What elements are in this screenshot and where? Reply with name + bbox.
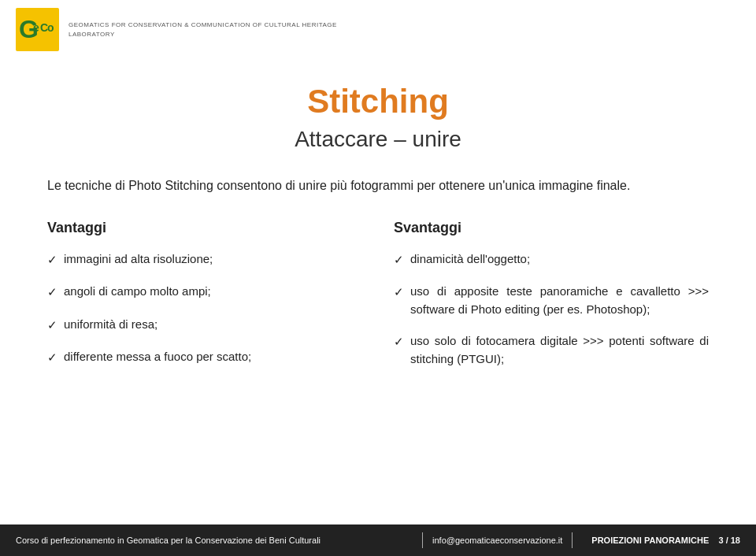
title-section: Stitching Attaccare – unire	[47, 59, 709, 176]
footer-email: info@geomaticaeconservazione.it	[432, 536, 562, 545]
list-item: ✓ uniformità di resa;	[47, 316, 362, 335]
item-text: uniformità di resa;	[64, 316, 158, 334]
list-item: ✓ differente messa a fuoco per scatto;	[47, 348, 362, 367]
svg-text:e: e	[33, 21, 39, 34]
checkmark-icon: ✓	[47, 251, 57, 269]
footer-section: PROIEZIONI PANORAMICHE 3 / 18	[591, 536, 740, 545]
checkmark-icon: ✓	[394, 333, 404, 351]
checkmark-icon: ✓	[47, 284, 57, 302]
main-content: Stitching Attaccare – unire Le tecniche …	[0, 59, 756, 382]
footer-divider	[422, 532, 423, 548]
svantaggi-title: Svantaggi	[394, 220, 709, 236]
logo-box: G e C o	[16, 8, 59, 51]
page-subtitle: Attaccare – unire	[47, 127, 709, 152]
list-item: ✓ dinamicità dell'oggetto;	[394, 250, 709, 269]
list-item: ✓ angoli di campo molto ampi;	[47, 283, 362, 302]
intro-paragraph: Le tecniche di Photo Stitching consenton…	[47, 176, 709, 196]
list-item: ✓ uso solo di fotocamera digitale >>> po…	[394, 332, 709, 368]
item-text: angoli di campo molto ampi;	[64, 283, 211, 301]
page-title: Stitching	[47, 83, 709, 120]
header-tagline: GEOMATICS FOR CONSERVATION & COMMUNICATI…	[69, 20, 344, 38]
item-text: uso solo di fotocamera digitale >>> pote…	[410, 332, 709, 368]
header: G e C o GEOMATICS FOR CONSERVATION & COM…	[0, 0, 756, 59]
item-text: uso di apposite teste panoramiche e cava…	[410, 283, 709, 318]
item-text: dinamicità dell'oggetto;	[410, 250, 530, 269]
footer-page: 3 / 18	[718, 536, 740, 545]
checkmark-icon: ✓	[394, 284, 404, 302]
item-text: immagini ad alta risoluzione;	[64, 250, 213, 269]
svantaggi-column: Svantaggi ✓ dinamicità dell'oggetto; ✓ u…	[394, 220, 709, 383]
footer-divider2	[572, 532, 573, 548]
vantaggi-column: Vantaggi ✓ immagini ad alta risoluzione;…	[47, 220, 362, 383]
item-text: differente messa a fuoco per scatto;	[64, 348, 251, 366]
list-item: ✓ immagini ad alta risoluzione;	[47, 250, 362, 269]
footer: Corso di perfezionamento in Geomatica pe…	[0, 524, 756, 556]
checkmark-icon: ✓	[394, 251, 404, 269]
logo-container: G e C o GEOMATICS FOR CONSERVATION & COM…	[16, 8, 344, 51]
footer-course: Corso di perfezionamento in Geomatica pe…	[16, 536, 413, 545]
vantaggi-title: Vantaggi	[47, 220, 362, 236]
two-columns: Vantaggi ✓ immagini ad alta risoluzione;…	[47, 220, 709, 383]
checkmark-icon: ✓	[47, 349, 57, 367]
checkmark-icon: ✓	[47, 317, 57, 335]
geco-logo-icon: G e C o	[16, 8, 59, 51]
svg-text:o: o	[47, 21, 54, 34]
list-item: ✓ uso di apposite teste panoramiche e ca…	[394, 283, 709, 318]
